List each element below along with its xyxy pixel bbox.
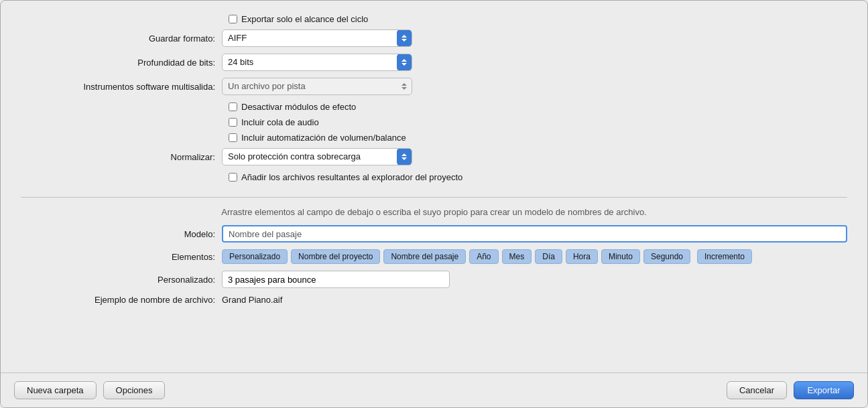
incluir-automatizacion-label: Incluir automatización de volumen/balanc… — [241, 133, 406, 143]
profundidad-bits-select[interactable]: 24 bits — [222, 54, 412, 71]
normalizar-label: Normalizar: — [21, 152, 222, 162]
arrow-up-icon — [401, 35, 407, 38]
instrumentos-select[interactable]: Un archivo por pista — [222, 78, 412, 95]
anadir-archivos-label: Añadir los archivos resultantes al explo… — [241, 172, 462, 182]
guardar-formato-select[interactable]: AIFF — [222, 29, 412, 47]
modelo-row: Modelo: — [21, 225, 847, 243]
instrumentos-value: Un archivo por pista — [223, 78, 397, 95]
guardar-formato-label: Guardar formato: — [21, 33, 222, 44]
elemento-segundo[interactable]: Segundo — [643, 249, 690, 264]
opciones-button[interactable]: Opciones — [103, 381, 166, 399]
main-content: Exportar solo el alcance del ciclo Guard… — [1, 1, 867, 372]
ejemplo-value: Grand Piano.aif — [222, 295, 282, 305]
profundidad-bits-label: Profundidad de bits: — [21, 58, 222, 68]
personalizado-input[interactable] — [222, 271, 450, 288]
elemento-personalizado[interactable]: Personalizado — [222, 249, 288, 264]
profundidad-bits-arrows[interactable] — [397, 54, 412, 71]
personalizado-row: Personalizado: — [21, 271, 847, 288]
section-top: Exportar solo el alcance del ciclo Guard… — [21, 14, 847, 198]
anadir-archivos-checkbox[interactable] — [229, 173, 237, 182]
modelo-input[interactable] — [222, 225, 847, 243]
normalizar-value: Solo protección contra sobrecarga — [223, 148, 397, 165]
incluir-cola-row: Incluir cola de audio — [21, 117, 847, 127]
guardar-formato-arrows[interactable] — [397, 29, 412, 47]
instrumentos-row: Instrumentos software multisalida: Un ar… — [21, 78, 847, 95]
elementos-row: Elementos: Personalizado Nombre del proy… — [21, 249, 847, 264]
elementos-label: Elementos: — [21, 249, 222, 262]
elemento-nombre-proyecto[interactable]: Nombre del proyecto — [291, 249, 380, 264]
arrow-down-icon — [401, 87, 407, 90]
guardar-formato-value: AIFF — [223, 29, 397, 47]
elemento-mes[interactable]: Mes — [502, 249, 532, 264]
arrow-up-icon — [401, 153, 407, 156]
elemento-dia[interactable]: Día — [535, 249, 562, 264]
nueva-carpeta-button[interactable]: Nueva carpeta — [14, 381, 97, 399]
desactivar-modulos-label: Desactivar módulos de efecto — [241, 102, 356, 112]
arrow-down-icon — [401, 157, 407, 160]
elemento-ano[interactable]: Año — [469, 249, 498, 264]
normalizar-arrows[interactable] — [397, 148, 412, 165]
ejemplo-row: Ejemplo de nombre de archivo: Grand Pian… — [21, 295, 847, 305]
drag-hint: Arrastre elementos al campo de debajo o … — [21, 207, 847, 217]
exportar-button[interactable]: Exportar — [794, 381, 854, 399]
elemento-incremento[interactable]: Incremento — [697, 249, 752, 264]
footer-left: Nueva carpeta Opciones — [14, 381, 165, 399]
incluir-automatizacion-row: Incluir automatización de volumen/balanc… — [21, 133, 847, 143]
export-cycle-checkbox[interactable] — [229, 15, 237, 23]
arrow-up-icon — [401, 83, 407, 86]
desactivar-modulos-checkbox[interactable] — [229, 103, 237, 111]
arrow-down-icon — [401, 63, 407, 66]
cancelar-button[interactable]: Cancelar — [727, 381, 787, 399]
export-cycle-row: Exportar solo el alcance del ciclo — [21, 14, 847, 24]
incluir-cola-label: Incluir cola de audio — [241, 117, 319, 127]
export-dialog: Exportar solo el alcance del ciclo Guard… — [0, 0, 868, 408]
normalizar-row: Normalizar: Solo protección contra sobre… — [21, 148, 847, 165]
section-bottom: Arrastre elementos al campo de debajo o … — [21, 198, 847, 305]
arrow-down-icon — [401, 39, 407, 42]
desactivar-modulos-row: Desactivar módulos de efecto — [21, 102, 847, 112]
elementos-tags-container: Personalizado Nombre del proyecto Nombre… — [222, 249, 752, 264]
profundidad-bits-row: Profundidad de bits: 24 bits — [21, 54, 847, 71]
guardar-formato-row: Guardar formato: AIFF — [21, 29, 847, 47]
profundidad-bits-value: 24 bits — [223, 54, 397, 71]
footer-right: Cancelar Exportar — [727, 381, 854, 399]
footer: Nueva carpeta Opciones Cancelar Exportar — [1, 372, 867, 407]
instrumentos-label: Instrumentos software multisalida: — [21, 82, 222, 92]
normalizar-select[interactable]: Solo protección contra sobrecarga — [222, 148, 412, 165]
elemento-nombre-pasaje[interactable]: Nombre del pasaje — [383, 249, 466, 264]
modelo-label: Modelo: — [21, 229, 222, 239]
export-cycle-label: Exportar solo el alcance del ciclo — [241, 14, 368, 24]
ejemplo-label: Ejemplo de nombre de archivo: — [21, 295, 222, 305]
elemento-minuto[interactable]: Minuto — [601, 249, 640, 264]
incluir-cola-checkbox[interactable] — [229, 118, 237, 127]
incluir-automatizacion-checkbox[interactable] — [229, 133, 237, 142]
anadir-archivos-row: Añadir los archivos resultantes al explo… — [21, 172, 847, 182]
personalizado-label: Personalizado: — [21, 275, 222, 285]
elemento-hora[interactable]: Hora — [566, 249, 598, 264]
arrow-up-icon — [401, 59, 407, 62]
